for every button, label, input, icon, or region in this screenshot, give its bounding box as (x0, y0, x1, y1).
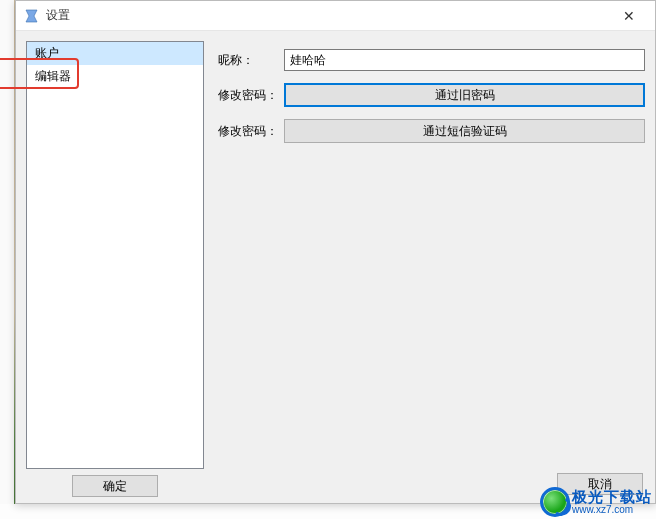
app-icon (24, 8, 40, 24)
close-button[interactable]: ✕ (609, 2, 649, 30)
dialog-body: 账户 编辑器 确定 昵称： 修改密码： 通过旧密码 修改密码： (16, 31, 655, 503)
content-pane: 昵称： 修改密码： 通过旧密码 修改密码： 通过短信验证码 取消 (218, 41, 645, 497)
sidebar-item-label: 编辑器 (35, 69, 71, 83)
button-label: 通过旧密码 (435, 87, 495, 104)
change-password-label-1: 修改密码： (218, 87, 280, 104)
cancel-button[interactable]: 取消 (557, 473, 643, 495)
titlebar: 设置 ✕ (16, 1, 655, 31)
backdrop-bottom (0, 504, 656, 519)
button-label: 通过短信验证码 (423, 123, 507, 140)
nickname-input[interactable] (284, 49, 645, 71)
sidebar-item-account[interactable]: 账户 (27, 42, 203, 65)
confirm-button[interactable]: 确定 (72, 475, 158, 497)
window-title: 设置 (46, 7, 609, 24)
sidebar-item-label: 账户 (35, 46, 59, 60)
button-label: 确定 (103, 478, 127, 495)
content-footer: 取消 (218, 469, 645, 497)
change-password-sms-button[interactable]: 通过短信验证码 (284, 119, 645, 143)
sidebar-item-editor[interactable]: 编辑器 (27, 65, 203, 88)
svg-marker-0 (26, 10, 37, 22)
change-password-old-button[interactable]: 通过旧密码 (284, 83, 645, 107)
sidebar-list[interactable]: 账户 编辑器 (26, 41, 204, 469)
settings-form: 昵称： 修改密码： 通过旧密码 修改密码： 通过短信验证码 (218, 49, 645, 143)
nickname-label: 昵称： (218, 52, 280, 69)
button-label: 取消 (588, 476, 612, 493)
close-icon: ✕ (623, 8, 635, 24)
sidebar-column: 账户 编辑器 确定 (26, 41, 204, 497)
change-password-label-2: 修改密码： (218, 123, 280, 140)
settings-dialog: 设置 ✕ 账户 编辑器 确定 昵称： (15, 0, 656, 504)
